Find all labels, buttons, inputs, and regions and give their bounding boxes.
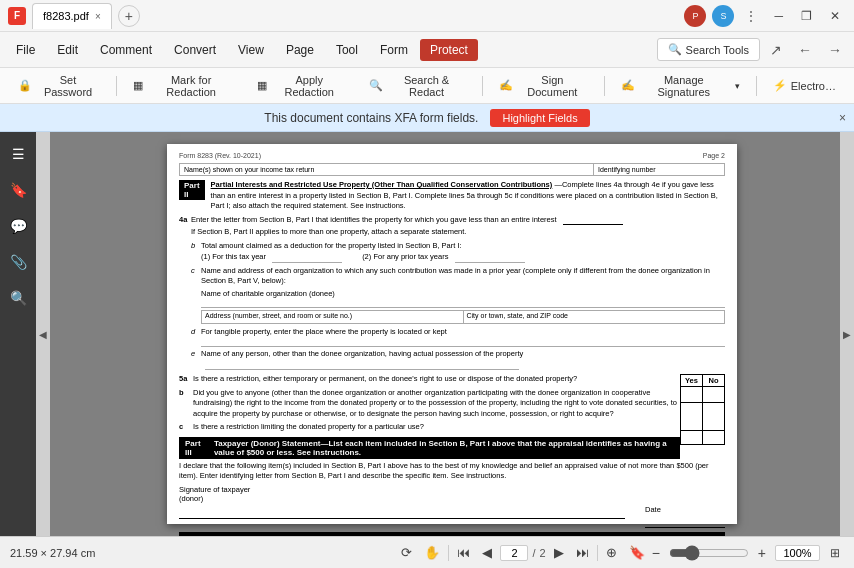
forward-button[interactable]: →: [822, 38, 848, 62]
restore-button[interactable]: ❐: [795, 7, 818, 25]
sign-document-button[interactable]: ✍ Sign Document: [489, 70, 598, 102]
yes-no-row-5b: [681, 403, 725, 431]
no-header: No: [703, 375, 725, 387]
row-4d-text: For tangible property, enter the place w…: [201, 327, 447, 336]
highlight-fields-button[interactable]: Highlight Fields: [490, 109, 589, 127]
date-section: Date: [645, 505, 725, 528]
bookmark-button[interactable]: 🔖: [625, 543, 649, 562]
search-redact-icon: 🔍: [369, 79, 383, 92]
part2-label: Part II: [179, 180, 205, 200]
menu-file[interactable]: File: [6, 39, 45, 61]
fit-page-button[interactable]: ⊞: [826, 544, 844, 562]
sidebar-icon-comment[interactable]: 💬: [4, 212, 32, 240]
row-4d-field[interactable]: [201, 337, 725, 347]
back-button[interactable]: ←: [792, 38, 818, 62]
tab-filename: f8283.pdf: [43, 10, 89, 22]
zoom-out-button[interactable]: −: [649, 545, 663, 561]
yes-cell-5a[interactable]: [681, 387, 703, 403]
thumbnail-button[interactable]: ⊕: [602, 543, 621, 562]
more-options-icon[interactable]: ⋮: [740, 6, 762, 26]
search-redact-button[interactable]: 🔍 Search & Redact: [359, 70, 476, 102]
sidebar-icon-nav[interactable]: ☰: [4, 140, 32, 168]
share-button[interactable]: ↗: [764, 38, 788, 62]
row-5c-label: c: [179, 422, 193, 433]
name-org-row: Name of charitable organization (donee): [201, 289, 725, 308]
manage-signatures-button[interactable]: ✍ Manage Signatures ▾: [611, 70, 750, 102]
date-field[interactable]: [645, 514, 725, 528]
part2-header: Part II Partial Interests and Restricted…: [179, 180, 725, 212]
menu-edit[interactable]: Edit: [47, 39, 88, 61]
row-4c-title: c Name and address of each organization …: [179, 266, 725, 287]
identifying-number-label: Identifying number: [594, 164, 724, 175]
row-4d-content: For tangible property, enter the place w…: [201, 327, 725, 348]
no-cell-5a[interactable]: [703, 387, 725, 403]
signature-field[interactable]: [179, 505, 625, 519]
sidebar-icon-attachment[interactable]: 📎: [4, 248, 32, 276]
address-label: Address (number, street, and room or sui…: [205, 312, 352, 319]
rotate-button[interactable]: ⟳: [397, 543, 416, 562]
nav-separator-1: [448, 545, 449, 561]
menu-page[interactable]: Page: [276, 39, 324, 61]
yes-header: Yes: [681, 375, 703, 387]
sidebar-icon-bookmark[interactable]: 🔖: [4, 176, 32, 204]
next-page-button[interactable]: ▶: [550, 543, 568, 562]
menu-tool[interactable]: Tool: [326, 39, 368, 61]
set-password-button[interactable]: 🔒 Set Password: [8, 70, 110, 102]
menu-convert[interactable]: Convert: [164, 39, 226, 61]
no-cell-5c[interactable]: [703, 431, 725, 445]
menu-comment[interactable]: Comment: [90, 39, 162, 61]
hand-button[interactable]: ✋: [420, 543, 444, 562]
sig-date-row: Date: [179, 505, 725, 528]
menu-protect[interactable]: Protect: [420, 39, 478, 61]
zoom-percent-input[interactable]: [775, 545, 820, 561]
search-tools-button[interactable]: 🔍 Search Tools: [657, 38, 760, 61]
right-panel-toggle[interactable]: ▶: [840, 132, 854, 536]
xfa-message: This document contains XFA form fields.: [264, 111, 478, 125]
close-button[interactable]: ✕: [824, 7, 846, 25]
name-org-field[interactable]: [201, 298, 725, 308]
row-4d-sublabel: d: [191, 327, 201, 338]
title-bar: F f8283.pdf × + P S ⋮ ─ ❐ ✕: [0, 0, 854, 32]
left-panel-toggle[interactable]: ◀: [36, 132, 50, 536]
tab-close-button[interactable]: ×: [95, 11, 101, 22]
part3-row: Part III Taxpayer (Donor) Statement—List…: [179, 437, 680, 459]
zoom-in-button[interactable]: +: [755, 545, 769, 561]
sidebar-icon-search[interactable]: 🔍: [4, 284, 32, 312]
document-tab[interactable]: f8283.pdf ×: [32, 3, 112, 29]
row-5a-text: Is there a restriction, either temporary…: [193, 374, 577, 385]
row-4b-text: Total amount claimed as a deduction for …: [201, 241, 725, 252]
yes-cell-5b[interactable]: [681, 403, 703, 431]
electronic-icon: ⚡: [773, 79, 787, 92]
part3-title-text: Taxpayer (Donor) Statement—List each ite…: [210, 439, 680, 457]
yes-no-section: Yes No: [179, 374, 725, 433]
no-cell-5b[interactable]: [703, 403, 725, 431]
page-number: Page 2: [703, 152, 725, 159]
search-tools-label: Search Tools: [686, 44, 749, 56]
row-5a-label: 5a: [179, 374, 193, 385]
pdf-area[interactable]: Form 8283 (Rev. 10-2021) Page 2 Name(s) …: [50, 132, 854, 536]
city-field[interactable]: City or town, state, and ZIP code: [464, 310, 726, 324]
apply-redaction-button[interactable]: ▦ Apply Redaction: [247, 70, 357, 102]
xfa-bar-close-button[interactable]: ×: [839, 111, 846, 125]
mark-redaction-button[interactable]: ▦ Mark for Redaction: [123, 70, 245, 102]
electronic-button[interactable]: ⚡ Electro…: [763, 75, 846, 96]
search-tools-icon: 🔍: [668, 43, 682, 56]
row-4e: e Name of any person, other than the don…: [179, 349, 725, 370]
row-4e-content: Name of any person, other than the donee…: [201, 349, 725, 370]
name-row: Name(s) shown on your income tax return …: [179, 163, 725, 176]
yes-cell-5c[interactable]: [681, 431, 703, 445]
address-field[interactable]: Address (number, street, and room or sui…: [201, 310, 464, 324]
current-page-input[interactable]: [500, 545, 528, 561]
row-4e-field[interactable]: [205, 360, 519, 370]
new-tab-button[interactable]: +: [118, 5, 140, 27]
first-page-button[interactable]: ⏮: [453, 543, 474, 562]
date-label: Date: [645, 505, 725, 514]
minimize-button[interactable]: ─: [768, 7, 789, 25]
avatar-primary: P: [684, 5, 706, 27]
last-page-button[interactable]: ⏭: [572, 543, 593, 562]
zoom-slider[interactable]: [669, 545, 749, 561]
search-redact-label: Search & Redact: [387, 74, 466, 98]
menu-view[interactable]: View: [228, 39, 274, 61]
menu-form[interactable]: Form: [370, 39, 418, 61]
prev-page-button[interactable]: ◀: [478, 543, 496, 562]
